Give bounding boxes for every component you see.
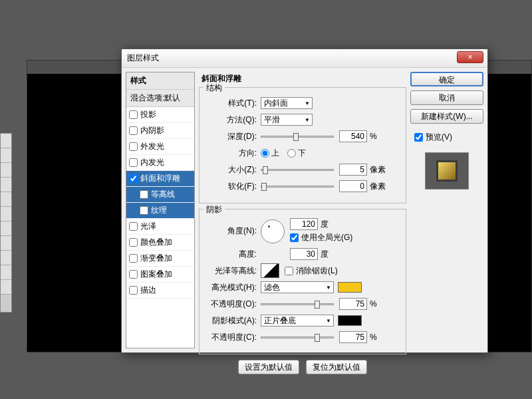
- direction-label: 方向:: [206, 148, 257, 159]
- style-dropdown[interactable]: 内斜面: [261, 97, 313, 109]
- size-slider[interactable]: [261, 169, 334, 171]
- set-default-button[interactable]: 设置为默认值: [238, 360, 299, 374]
- antialias-checkbox[interactable]: 消除锯齿(L): [285, 265, 338, 277]
- style-item[interactable]: 内发光: [126, 155, 194, 171]
- close-icon: ×: [467, 53, 472, 62]
- style-item[interactable]: 渐变叠加: [126, 251, 194, 267]
- angle-label: 角度(N):: [206, 225, 257, 237]
- method-label: 方法(Q):: [206, 114, 257, 126]
- dialog-title: 图层样式: [127, 53, 159, 64]
- shadow-color-swatch[interactable]: [338, 315, 362, 326]
- styles-header: 样式: [126, 72, 194, 90]
- direction-up-radio[interactable]: 上: [261, 148, 279, 159]
- preview-thumbnail: [425, 152, 469, 190]
- highlight-opacity-slider[interactable]: [261, 303, 334, 305]
- close-button[interactable]: ×: [457, 51, 483, 63]
- soften-slider[interactable]: [261, 186, 334, 188]
- cancel-button[interactable]: 取消: [410, 90, 483, 105]
- structure-group: 结构 样式(T): 内斜面 方法(Q): 平滑 深度(D): 540 % 方向:: [199, 87, 406, 203]
- style-item[interactable]: 斜面和浮雕: [126, 171, 194, 187]
- shadow-mode-label: 阴影模式(A):: [206, 315, 257, 327]
- highlight-mode-label: 高光模式(H):: [206, 282, 257, 293]
- shadow-opacity-input[interactable]: 75: [339, 331, 367, 343]
- gloss-label: 光泽等高线:: [206, 265, 257, 277]
- soften-input[interactable]: 0: [339, 180, 367, 192]
- layer-style-dialog: 图层样式 × 样式 混合选项:默认 投影内阴影外发光内发光斜面和浮雕等高线纹理光…: [121, 49, 488, 353]
- style-item[interactable]: 光泽: [126, 219, 194, 235]
- dialog-actions: 确定 取消 新建样式(W)... 预览(V): [410, 72, 483, 348]
- new-style-button[interactable]: 新建样式(W)...: [410, 109, 483, 124]
- angle-input[interactable]: 120: [290, 218, 318, 230]
- style-item[interactable]: 纹理: [126, 203, 194, 219]
- styles-list: 样式 混合选项:默认 投影内阴影外发光内发光斜面和浮雕等高线纹理光泽颜色叠加渐变…: [126, 72, 195, 348]
- shading-group: 阴影 角度(N): 120 度 使用全局光(G) 高度: 30: [199, 209, 406, 354]
- highlight-opacity-label: 不透明度(O):: [206, 299, 257, 310]
- style-item[interactable]: 颜色叠加: [126, 235, 194, 251]
- method-dropdown[interactable]: 平滑: [261, 114, 313, 126]
- depth-slider[interactable]: [261, 136, 334, 138]
- global-light-checkbox[interactable]: 使用全局光(G): [290, 232, 352, 243]
- direction-down-radio[interactable]: 下: [287, 148, 306, 159]
- bevel-emboss-panel: 斜面和浮雕 结构 样式(T): 内斜面 方法(Q): 平滑 深度(D): 540…: [199, 72, 406, 348]
- depth-label: 深度(D):: [206, 131, 257, 142]
- structure-label: 结构: [203, 82, 225, 94]
- highlight-color-swatch[interactable]: [338, 282, 362, 293]
- shadow-opacity-slider[interactable]: [261, 336, 334, 338]
- style-item[interactable]: 等高线: [126, 187, 194, 203]
- soften-label: 软化(F):: [206, 181, 257, 192]
- style-item[interactable]: 外发光: [126, 139, 194, 155]
- blend-defaults[interactable]: 混合选项:默认: [126, 90, 194, 107]
- panel-title: 斜面和浮雕: [201, 73, 406, 84]
- preview-checkbox[interactable]: 预览(V): [414, 132, 483, 143]
- style-label: 样式(T):: [206, 98, 257, 109]
- shading-label: 阴影: [203, 204, 225, 215]
- gloss-contour[interactable]: [261, 263, 279, 278]
- angle-dial[interactable]: [261, 219, 285, 243]
- depth-input[interactable]: 540: [339, 130, 367, 142]
- shadow-opacity-label: 不透明度(C):: [206, 332, 257, 343]
- shadow-mode-dropdown[interactable]: 正片叠底: [261, 315, 334, 327]
- style-item[interactable]: 图案叠加: [126, 267, 194, 283]
- size-label: 大小(Z):: [206, 164, 257, 176]
- style-item[interactable]: 描边: [126, 283, 194, 299]
- style-item[interactable]: 投影: [126, 107, 194, 123]
- style-item[interactable]: 内阴影: [126, 123, 194, 139]
- dialog-titlebar[interactable]: 图层样式 ×: [122, 49, 487, 68]
- reset-default-button[interactable]: 复位为默认值: [306, 360, 367, 374]
- altitude-input[interactable]: 30: [290, 248, 318, 260]
- ok-button[interactable]: 确定: [410, 72, 483, 86]
- highlight-opacity-input[interactable]: 75: [339, 298, 367, 310]
- altitude-label: 高度:: [206, 249, 257, 260]
- tools-palette[interactable]: [0, 133, 12, 313]
- highlight-mode-dropdown[interactable]: 滤色: [261, 281, 334, 293]
- size-input[interactable]: 5: [339, 164, 367, 176]
